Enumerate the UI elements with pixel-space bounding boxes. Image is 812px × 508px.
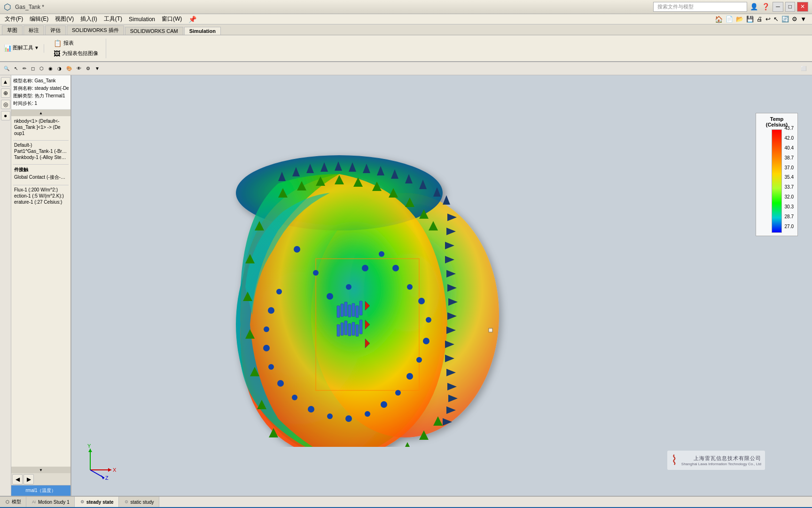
report-btn[interactable]: 📋 报表: [51, 39, 101, 48]
display-icon[interactable]: ◉: [47, 65, 55, 72]
company-name-cn: 上海雷瓦信息技术有限公司: [681, 455, 761, 462]
tab-evaluate[interactable]: 评估: [45, 25, 66, 35]
panel-scroll-up[interactable]: ▲: [1, 77, 10, 87]
open-icon[interactable]: 📂: [736, 16, 743, 23]
cursor-icon[interactable]: ↖: [12, 65, 20, 72]
tab-motion-study[interactable]: Ai Motion Study 1: [26, 497, 75, 507]
sketch-icon[interactable]: ✏: [21, 65, 28, 72]
prop-convection[interactable]: ection-1 (:5 W/(m^2.K):): [13, 193, 69, 199]
save-icon[interactable]: 💾: [746, 16, 754, 23]
hide-icon[interactable]: ◑: [55, 65, 63, 72]
svg-text:X: X: [113, 467, 117, 473]
legend-val-0: 43.7: [785, 126, 794, 131]
report-group: 📋 报表 🖼 为报表包括图像: [51, 39, 106, 58]
svg-point-62: [362, 265, 368, 271]
svg-rect-92: [356, 325, 359, 336]
svg-marker-45: [403, 442, 412, 447]
tab-sw-addins[interactable]: SOLIDWORKS 插件: [67, 25, 124, 35]
box-icon[interactable]: ◻: [29, 65, 37, 72]
appearance-icon[interactable]: 👁: [75, 65, 83, 72]
viewport[interactable]: Temp (Celsius) 43.7 42.0 40.4 38.7 37.0 …: [71, 75, 812, 496]
user-icon[interactable]: 👤: [749, 2, 759, 12]
home-icon[interactable]: 🏠: [715, 16, 723, 23]
svg-rect-97: [337, 325, 340, 336]
menu-item-edit[interactable]: 编辑(E): [27, 14, 51, 24]
maximize-btn[interactable]: □: [785, 2, 795, 12]
tab-simulation[interactable]: Simulation: [184, 27, 221, 35]
legend-val-10: 27.0: [785, 224, 794, 229]
panel-nav-left[interactable]: ◀: [12, 474, 23, 484]
svg-marker-106: [88, 449, 92, 452]
svg-rect-93: [352, 322, 355, 335]
dot-btn[interactable]: ●: [1, 111, 10, 120]
svg-rect-85: [356, 306, 359, 318]
tree-item-1[interactable]: Gas_Tank ]<1> -> (De: [13, 124, 69, 130]
panel-nav: ◀ ▶: [11, 473, 70, 485]
view-icon[interactable]: ⬡: [38, 65, 46, 72]
svg-marker-103: [108, 468, 111, 472]
svg-point-71: [395, 390, 401, 396]
svg-rect-90: [337, 306, 340, 318]
menu-item-tools[interactable]: 工具(T): [101, 14, 125, 24]
prop-flux[interactable]: Flux-1 (:200 W/m^2:): [13, 187, 69, 193]
circle-btn[interactable]: ◎: [1, 100, 10, 109]
menu-item-file[interactable]: 文件(F): [2, 14, 26, 24]
chart-tools-dropdown[interactable]: ▼: [34, 45, 39, 50]
image-icon: 🖼: [54, 50, 60, 57]
crosshair-btn[interactable]: ⊕: [1, 88, 10, 98]
select-icon[interactable]: ↖: [773, 16, 779, 23]
close-btn[interactable]: ✕: [797, 2, 808, 12]
svg-rect-101: [489, 328, 492, 332]
tree-item-2[interactable]: oup1: [13, 130, 69, 136]
svg-point-67: [426, 317, 431, 323]
minimize-btn[interactable]: ─: [773, 2, 783, 12]
svg-point-72: [381, 401, 387, 408]
tab-static-study[interactable]: ⚙ static study: [119, 497, 159, 507]
svg-point-66: [418, 298, 425, 304]
prop-temperature[interactable]: erature-1 (:27 Celsius:): [13, 199, 69, 205]
tab-sketch[interactable]: 草图: [2, 25, 23, 35]
svg-point-70: [406, 373, 413, 380]
undo-icon[interactable]: ↩: [765, 16, 771, 23]
panel-nav-right[interactable]: ▶: [23, 474, 34, 484]
expand-viewport-icon[interactable]: ⬜: [799, 65, 808, 72]
tree-item-0[interactable]: nkbody<1> (Default<-: [13, 118, 69, 124]
print-icon[interactable]: 🖨: [757, 16, 763, 23]
tab-annotation[interactable]: 标注: [23, 25, 44, 35]
legend-val-8: 30.3: [785, 204, 794, 209]
search-box[interactable]: 搜索文件与模型: [653, 2, 747, 12]
help-icon[interactable]: ❓: [761, 2, 771, 12]
settings-icon[interactable]: ⚙: [84, 65, 92, 72]
expand-icon[interactable]: ▼: [800, 16, 806, 23]
chart-tools-icon: 📊: [4, 44, 12, 52]
report-icon: 📋: [54, 40, 62, 47]
zoom-icon[interactable]: 🔍: [2, 65, 11, 72]
prop-item-brass[interactable]: Part1^Gas_Tank-1 (-Brass-): [13, 148, 69, 154]
more-icon[interactable]: ▼: [93, 65, 102, 72]
panel-scroll-up[interactable]: ▲: [11, 110, 70, 116]
menu-item-view[interactable]: 视图(V): [52, 14, 77, 24]
svg-point-68: [423, 338, 429, 344]
new-icon[interactable]: 📄: [726, 16, 733, 23]
tab-sw-cam[interactable]: SOLIDWORKS CAM: [125, 27, 183, 35]
color-icon[interactable]: 🎨: [64, 65, 74, 72]
menu-item-simulation[interactable]: Simulation: [126, 15, 158, 24]
include-image-btn[interactable]: 🖼 为报表包括图像: [51, 49, 101, 58]
svg-point-82: [268, 307, 274, 314]
svg-point-75: [327, 413, 333, 419]
prop-global-contact[interactable]: Global Contact (-接合-兼容: [13, 174, 69, 181]
svg-rect-89: [341, 304, 344, 317]
thermal-label[interactable]: rmal1（温度）: [11, 485, 70, 496]
options-icon[interactable]: ⚙: [792, 16, 797, 23]
panel-scroll-down[interactable]: ▼: [11, 467, 70, 473]
tab-model[interactable]: ⬡ 模型: [0, 497, 26, 507]
chart-tools-label[interactable]: 图解工具: [13, 44, 33, 51]
prop-item-steel[interactable]: Tankbody-1 (-Alloy Steel-): [13, 154, 69, 160]
menu-item-pin[interactable]: 📌: [186, 15, 199, 24]
rebuild-icon[interactable]: 🔄: [781, 16, 789, 23]
tab-steady-state[interactable]: ⚙ steady state: [75, 497, 119, 507]
svg-point-65: [407, 284, 413, 290]
menu-item-insert[interactable]: 插入(I): [78, 14, 100, 24]
tank-3d-view: [109, 89, 508, 447]
menu-item-window[interactable]: 窗口(W): [159, 14, 185, 24]
